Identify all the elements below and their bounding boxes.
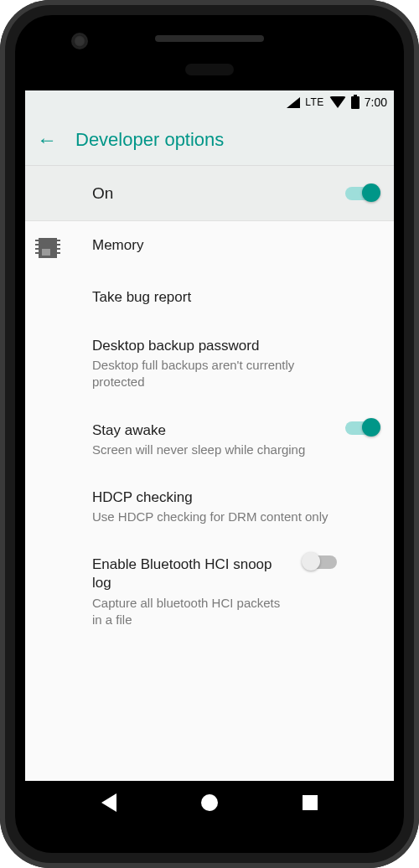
system-nav-bar (25, 781, 394, 824)
list-item-title: Take bug report (92, 288, 328, 307)
app-bar: ← Developer options (25, 114, 394, 166)
wifi-icon (329, 96, 346, 108)
master-toggle-row[interactable]: On (25, 166, 394, 221)
master-toggle-switch[interactable] (345, 187, 379, 200)
cellular-signal-icon (287, 97, 300, 108)
memory-chip-icon (39, 238, 57, 258)
back-arrow-icon[interactable]: ← (37, 130, 57, 150)
list-item-subtitle: Use HDCP checking for DRM content only (92, 509, 328, 525)
list-item-title: Enable Bluetooth HCI snoop log (92, 555, 287, 592)
battery-icon (351, 96, 360, 109)
bt-snoop-switch[interactable] (303, 555, 337, 569)
list-item-subtitle: Capture all bluetooth HCI packets in a f… (92, 595, 287, 629)
front-camera (74, 35, 85, 47)
list-item-title: HDCP checking (92, 488, 328, 507)
nav-recent-icon[interactable] (303, 795, 318, 810)
list-item-bug-report[interactable]: Take bug report (25, 273, 394, 322)
list-item-desktop-backup[interactable]: Desktop backup password Desktop full bac… (25, 322, 394, 406)
master-toggle-label: On (92, 184, 345, 203)
settings-list[interactable]: Memory Take bug report Desktop backup pa… (25, 221, 394, 781)
list-item-memory[interactable]: Memory (25, 221, 394, 273)
page-title: Developer options (75, 129, 224, 151)
list-item-stay-awake[interactable]: Stay awake Screen will never sleep while… (25, 406, 394, 473)
list-item-title: Desktop backup password (92, 337, 328, 355)
list-item-subtitle: Desktop full backups aren't currently pr… (92, 357, 328, 391)
status-bar: LTE 7:00 (25, 90, 394, 114)
list-item-hdcp[interactable]: HDCP checking Use HDCP checking for DRM … (25, 473, 394, 540)
screen: LTE 7:00 ← Developer options On (25, 90, 394, 781)
list-item-title: Stay awake (92, 421, 328, 440)
proximity-sensor (185, 64, 234, 75)
phone-frame: LTE 7:00 ← Developer options On (0, 0, 419, 868)
list-item-subtitle: Screen will never sleep while charging (92, 442, 328, 458)
clock-label: 7:00 (365, 96, 387, 109)
nav-back-icon[interactable] (101, 793, 116, 812)
earpiece-speaker (155, 35, 264, 42)
list-item-title: Memory (92, 236, 328, 255)
nav-home-icon[interactable] (201, 794, 218, 811)
list-item-bt-snoop[interactable]: Enable Bluetooth HCI snoop log Capture a… (25, 540, 394, 643)
phone-top-hardware (15, 15, 404, 82)
network-type-label: LTE (305, 96, 324, 108)
stay-awake-switch[interactable] (345, 421, 379, 435)
phone-inner: LTE 7:00 ← Developer options On (15, 15, 404, 853)
